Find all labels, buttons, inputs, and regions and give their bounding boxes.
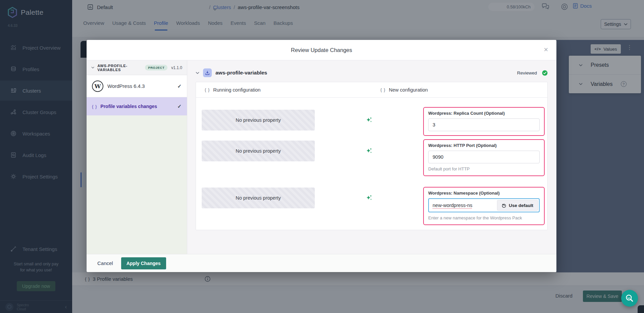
pack-variables-icon xyxy=(203,68,212,77)
profile-header-row[interactable]: AWS-PROFILE-VARIABLES PROJECT v1.1.0 xyxy=(87,60,187,75)
namespace-value[interactable]: new-wordpress-ns xyxy=(429,199,496,212)
profile-variables-label: Profile variables changes xyxy=(100,104,174,109)
magnifier-smile-icon xyxy=(625,294,634,303)
diff-row-replica-count: No previous property Wordpress: Replica … xyxy=(196,107,547,136)
profile-variables-item[interactable]: { } Profile variables changes ✓ xyxy=(87,97,187,115)
field-helper: Default port for HTTP xyxy=(428,166,540,171)
left-panel-filler xyxy=(87,115,187,254)
reviewed-check-icon xyxy=(542,70,548,76)
use-default-label: Use default xyxy=(509,203,533,208)
sparkle-icon xyxy=(366,147,373,154)
field-http-port: Wordpress: HTTP Port (Optional) Default … xyxy=(423,139,545,176)
no-previous-property: No previous property xyxy=(202,141,315,161)
diff-row-namespace: No previous property Wordpress: Namespac… xyxy=(196,187,547,225)
modal-header: Review Update Changes ✕ xyxy=(87,40,556,60)
history-icon xyxy=(502,203,506,208)
field-label: Wordpress: Replica Count (Optional) xyxy=(428,111,540,116)
chevron-down-icon[interactable] xyxy=(196,72,199,74)
wordpress-logo-icon: W xyxy=(92,81,103,92)
check-icon: ✓ xyxy=(177,103,182,109)
change-indicator xyxy=(315,147,423,154)
running-configuration-header: { } Running configuration xyxy=(196,82,372,97)
configuration-diff-card: { } Running configuration { } New config… xyxy=(196,82,548,230)
field-namespace: Wordpress: Namespace (Optional) new-word… xyxy=(423,187,545,225)
check-icon: ✓ xyxy=(177,83,182,89)
modal-footer: Cancel Apply Changes xyxy=(87,254,556,272)
http-port-input[interactable] xyxy=(428,151,540,163)
braces-icon: { } xyxy=(92,104,97,109)
section-header: aws-profile-variables Reviewed xyxy=(196,68,548,77)
diff-column-headers: { } Running configuration { } New config… xyxy=(196,82,547,98)
profile-version: v1.1.0 xyxy=(171,65,182,70)
no-previous-property: No previous property xyxy=(202,110,315,131)
profile-name: AWS-PROFILE-VARIABLES xyxy=(97,64,142,72)
replica-count-input[interactable] xyxy=(428,118,540,131)
change-indicator xyxy=(315,194,423,201)
reviewed-status: Reviewed xyxy=(517,70,537,75)
modal-right-panel: aws-profile-variables Reviewed { } Runni… xyxy=(187,60,556,254)
pack-item-wordpress[interactable]: W WordPress 6.4.3 ✓ xyxy=(87,75,187,97)
use-default-button[interactable]: Use default xyxy=(497,200,538,211)
close-icon[interactable]: ✕ xyxy=(544,46,548,53)
review-update-changes-modal: Review Update Changes ✕ AWS-PROFILE-VARI… xyxy=(87,40,556,272)
section-name: aws-profile-variables xyxy=(215,70,513,76)
change-indicator xyxy=(315,116,423,123)
modal-left-panel: AWS-PROFILE-VARIABLES PROJECT v1.1.0 W W… xyxy=(87,60,187,254)
no-previous-property: No previous property xyxy=(202,188,315,208)
pack-label: WordPress 6.4.3 xyxy=(107,83,173,89)
field-replica-count: Wordpress: Replica Count (Optional) xyxy=(423,107,545,136)
scope-badge: PROJECT xyxy=(145,65,167,70)
braces-icon: { } xyxy=(381,87,386,92)
modal-title: Review Update Changes xyxy=(291,47,352,53)
braces-icon: { } xyxy=(205,87,210,92)
sparkle-icon xyxy=(366,194,373,201)
diff-row-http-port: No previous property Wordpress: HTTP Por… xyxy=(196,139,547,176)
apply-changes-button[interactable]: Apply Changes xyxy=(121,257,166,269)
support-search-fab[interactable] xyxy=(621,290,638,307)
field-label: Wordpress: Namespace (Optional) xyxy=(428,191,540,196)
chevron-down-icon xyxy=(91,66,94,69)
cancel-button[interactable]: Cancel xyxy=(97,260,113,266)
new-configuration-header: { } New configuration xyxy=(372,82,548,97)
field-label: Wordpress: HTTP Port (Optional) xyxy=(428,143,540,148)
field-helper: Enter a new namespace for the Wordpress … xyxy=(428,215,540,220)
namespace-input[interactable]: new-wordpress-ns Use default xyxy=(428,198,540,212)
sparkle-icon xyxy=(366,116,373,123)
